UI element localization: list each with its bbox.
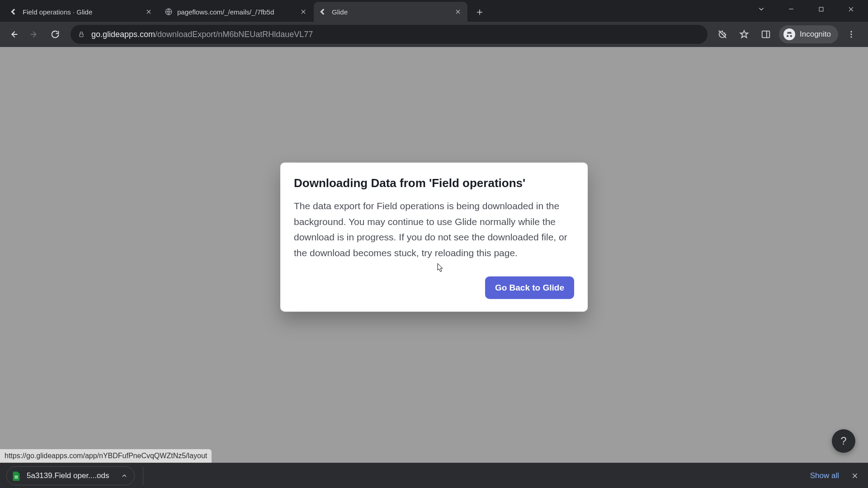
close-window-button[interactable] <box>843 2 859 16</box>
download-item[interactable]: 5a3139.Field oper....ods <box>6 466 135 485</box>
globe-icon <box>165 8 173 16</box>
help-button[interactable]: ? <box>832 429 855 453</box>
page-viewport: Downloading Data from 'Field operations'… <box>0 47 868 463</box>
close-icon[interactable] <box>145 8 153 16</box>
url-text: go.glideapps.com/downloadExport/nM6bNEUa… <box>91 30 313 39</box>
close-shelf-button[interactable] <box>848 469 862 483</box>
forward-button[interactable] <box>25 25 43 43</box>
url-host: go.glideapps.com <box>91 30 155 39</box>
status-url: https://go.glideapps.com/app/nYBDFufPneC… <box>5 452 207 460</box>
close-icon[interactable] <box>299 8 307 16</box>
lock-icon[interactable] <box>78 31 85 38</box>
svg-point-4 <box>850 31 852 33</box>
reload-button[interactable] <box>46 25 64 43</box>
show-all-downloads[interactable]: Show all <box>810 471 839 480</box>
browser-tab-0[interactable]: Field operations · Glide <box>5 2 158 22</box>
tab-title: Field operations · Glide <box>23 8 141 16</box>
bookmark-icon[interactable] <box>736 26 753 43</box>
browser-toolbar: go.glideapps.com/downloadExport/nM6bNEUa… <box>0 22 868 47</box>
incognito-label: Incognito <box>800 30 831 39</box>
dialog-title: Downloading Data from 'Field operations' <box>294 176 574 190</box>
browser-tabstrip: Field operations · Glide pageflows.com/_… <box>0 0 868 22</box>
tab-search-button[interactable] <box>753 2 769 16</box>
incognito-badge[interactable]: Incognito <box>779 25 838 43</box>
window-controls <box>744 0 868 18</box>
address-bar[interactable]: go.glideapps.com/downloadExport/nM6bNEUa… <box>71 25 708 44</box>
link-status-bar: https://go.glideapps.com/app/nYBDFufPneC… <box>0 449 212 463</box>
url-path: /downloadExport/nM6bNEUatRHldaueVL77 <box>155 30 313 39</box>
spreadsheet-file-icon <box>11 471 21 481</box>
close-icon[interactable] <box>454 8 462 16</box>
svg-rect-3 <box>762 31 770 38</box>
svg-rect-1 <box>819 7 823 11</box>
glide-icon <box>10 8 18 16</box>
minimize-button[interactable] <box>783 2 799 16</box>
dialog-body: The data export for Field operations is … <box>294 198 574 261</box>
help-icon: ? <box>840 435 846 447</box>
maximize-button[interactable] <box>813 2 829 16</box>
browser-tab-1[interactable]: pageflows.com/_/emails/_/7fb5d <box>159 2 313 22</box>
back-button[interactable] <box>5 25 23 43</box>
download-filename: 5a3139.Field oper....ods <box>27 471 109 480</box>
tab-title: Glide <box>332 8 450 16</box>
go-back-button[interactable]: Go Back to Glide <box>485 276 574 299</box>
downloads-shelf: 5a3139.Field oper....ods Show all <box>0 463 868 488</box>
divider <box>143 467 143 485</box>
svg-rect-2 <box>80 34 83 37</box>
chevron-up-icon[interactable] <box>121 472 128 479</box>
new-tab-button[interactable] <box>472 5 487 20</box>
third-party-cookies-icon[interactable] <box>714 26 731 43</box>
incognito-icon <box>783 28 795 40</box>
download-dialog: Downloading Data from 'Field operations'… <box>280 163 588 312</box>
svg-point-5 <box>850 33 852 35</box>
browser-tab-2[interactable]: Glide <box>314 2 467 22</box>
menu-icon[interactable] <box>843 26 860 43</box>
tab-title: pageflows.com/_/emails/_/7fb5d <box>177 8 296 16</box>
svg-point-6 <box>850 36 852 38</box>
side-panel-icon[interactable] <box>757 26 774 43</box>
glide-icon <box>319 8 327 16</box>
